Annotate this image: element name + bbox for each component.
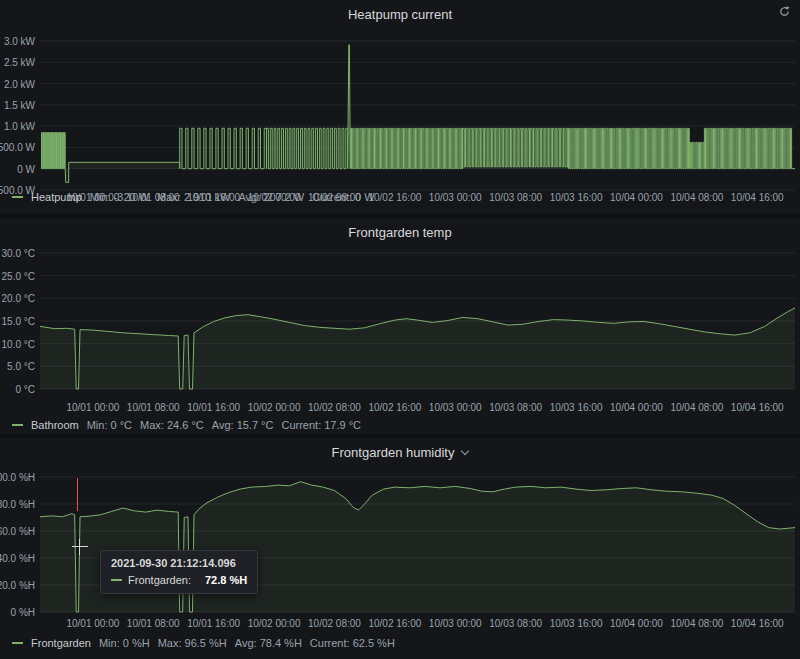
y-tick-label: 500.0 W bbox=[0, 142, 35, 153]
panel-header: Heatpump current bbox=[0, 5, 800, 23]
y-tick-label: 80.0 %H bbox=[0, 499, 35, 510]
x-axis: 10/01 00:0010/01 08:0010/01 16:0010/02 0… bbox=[40, 402, 795, 415]
panel-title[interactable]: Frontgarden humidity bbox=[332, 445, 455, 460]
x-tick-label: 10/04 00:00 bbox=[610, 618, 663, 629]
legend-stat-current: Current: 62.5 %H bbox=[310, 637, 395, 649]
tooltip-series-row: Frontgarden: 72.8 %H bbox=[111, 574, 247, 586]
y-tick-label: 40.0 %H bbox=[0, 553, 35, 564]
panel-header: Frontgarden temp bbox=[0, 223, 800, 241]
legend-stat-avg: Avg: 78.4 %H bbox=[235, 637, 302, 649]
x-tick-label: 10/01 08:00 bbox=[127, 402, 180, 413]
x-tick-label: 10/04 08:00 bbox=[670, 402, 723, 413]
panel-header: Frontgarden humidity bbox=[0, 443, 800, 461]
y-axis: 100.0 %H80.0 %H60.0 %H40.0 %H20.0 %H0 %H bbox=[0, 477, 35, 612]
x-tick-label: 10/03 08:00 bbox=[489, 192, 542, 203]
chart-canvas[interactable] bbox=[40, 253, 795, 389]
x-tick-label: 10/03 08:00 bbox=[489, 618, 542, 629]
x-tick-label: 10/04 00:00 bbox=[610, 402, 663, 413]
x-tick-label: 10/01 16:00 bbox=[187, 618, 240, 629]
x-tick-label: 10/04 00:00 bbox=[610, 192, 663, 203]
y-tick-label: 20.0 °C bbox=[2, 293, 35, 304]
x-tick-label: 10/01 08:00 bbox=[127, 618, 180, 629]
x-tick-label: 10/03 00:00 bbox=[429, 192, 482, 203]
y-tick-label: 30.0 °C bbox=[2, 248, 35, 259]
x-tick-label: 10/01 16:00 bbox=[187, 402, 240, 413]
panel-heatpump-current: Heatpump current 3.0 kW2.5 kW2.0 kW1.5 k… bbox=[0, 0, 800, 214]
legend-series-name[interactable]: Heatpump bbox=[31, 191, 82, 203]
x-tick-label: 10/03 16:00 bbox=[550, 402, 603, 413]
x-tick-label: 10/03 16:00 bbox=[550, 192, 603, 203]
y-axis: 3.0 kW2.5 kW2.0 kW1.5 kW1.0 kW500.0 W0 W… bbox=[0, 41, 35, 190]
x-tick-label: 10/02 16:00 bbox=[368, 618, 421, 629]
panel-title[interactable]: Frontgarden temp bbox=[348, 225, 451, 240]
x-tick-label: 10/03 08:00 bbox=[489, 402, 542, 413]
x-tick-label: 10/01 00:00 bbox=[66, 618, 119, 629]
y-tick-label: 20.0 %H bbox=[0, 580, 35, 591]
y-tick-label: 2.5 kW bbox=[4, 57, 35, 68]
panel-frontgarden-temp: Frontgarden temp 30.0 °C25.0 °C20.0 °C15… bbox=[0, 218, 800, 434]
chart-canvas[interactable] bbox=[40, 41, 795, 190]
y-axis: 30.0 °C25.0 °C20.0 °C15.0 °C10.0 °C5.0 °… bbox=[0, 253, 35, 389]
legend-series-name[interactable]: Bathroom bbox=[31, 419, 79, 431]
plot-area[interactable] bbox=[40, 41, 795, 190]
legend-stat-current: Current: 17.9 °C bbox=[281, 419, 361, 431]
series-swatch-icon[interactable] bbox=[12, 642, 23, 644]
y-tick-label: 0 W bbox=[17, 163, 35, 174]
y-tick-label: 3.0 kW bbox=[4, 36, 35, 47]
legend: Bathroom Min: 0 °C Max: 24.6 °C Avg: 15.… bbox=[12, 419, 361, 431]
crosshair-line bbox=[77, 478, 78, 511]
legend-stat-min: Min: 0 °C bbox=[87, 419, 132, 431]
x-tick-label: 10/04 08:00 bbox=[670, 192, 723, 203]
y-tick-label: 1.5 kW bbox=[4, 99, 35, 110]
y-tick-label: 25.0 °C bbox=[2, 270, 35, 281]
tooltip-series-value: 72.8 %H bbox=[205, 574, 247, 586]
legend-stat-current: Current: 0 W bbox=[312, 191, 374, 203]
x-tick-label: 10/02 08:00 bbox=[308, 618, 361, 629]
plot-area[interactable] bbox=[40, 253, 795, 389]
y-tick-label: 5.0 °C bbox=[7, 361, 35, 372]
x-tick-label: 10/04 16:00 bbox=[731, 192, 784, 203]
grafana-dashboard: Heatpump current 3.0 kW2.5 kW2.0 kW1.5 k… bbox=[0, 0, 800, 659]
y-tick-label: 1.0 kW bbox=[4, 121, 35, 132]
legend: Heatpump Min: -320 W Max: 2.910 kW Avg: … bbox=[12, 191, 375, 203]
x-tick-label: 10/04 08:00 bbox=[670, 618, 723, 629]
x-tick-label: 10/03 00:00 bbox=[429, 618, 482, 629]
y-tick-label: 60.0 %H bbox=[0, 526, 35, 537]
tooltip-timestamp: 2021-09-30 21:12:14.096 bbox=[111, 557, 247, 569]
x-tick-label: 10/02 00:00 bbox=[248, 618, 301, 629]
y-tick-label: 0 %H bbox=[11, 607, 35, 618]
series-swatch-icon[interactable] bbox=[12, 196, 23, 198]
x-tick-label: 10/04 16:00 bbox=[731, 402, 784, 413]
legend-stat-max: Max: 2.910 kW bbox=[157, 191, 230, 203]
y-tick-label: 15.0 °C bbox=[2, 316, 35, 327]
legend-stat-max: Max: 96.5 %H bbox=[158, 637, 227, 649]
legend-stat-min: Min: -320 W bbox=[90, 191, 149, 203]
x-tick-label: 10/02 00:00 bbox=[248, 402, 301, 413]
series-swatch-icon[interactable] bbox=[12, 424, 23, 426]
legend-stat-avg: Avg: 207.2 W bbox=[238, 191, 304, 203]
legend: Frontgarden Min: 0 %H Max: 96.5 %H Avg: … bbox=[12, 637, 395, 649]
x-tick-label: 10/02 08:00 bbox=[308, 402, 361, 413]
legend-stat-max: Max: 24.6 °C bbox=[140, 419, 204, 431]
x-axis: 10/01 00:0010/01 08:0010/01 16:0010/02 0… bbox=[40, 618, 795, 631]
panel-frontgarden-humidity: Frontgarden humidity 100.0 %H80.0 %H60.0… bbox=[0, 438, 800, 659]
y-tick-label: 2.0 kW bbox=[4, 78, 35, 89]
legend-stat-min: Min: 0 %H bbox=[99, 637, 150, 649]
x-tick-label: 10/03 00:00 bbox=[429, 402, 482, 413]
chevron-down-icon[interactable] bbox=[461, 447, 469, 455]
y-tick-label: 10.0 °C bbox=[2, 338, 35, 349]
x-tick-label: 10/03 16:00 bbox=[550, 618, 603, 629]
tooltip-series-label: Frontgarden: bbox=[128, 574, 191, 586]
y-tick-label: 0 °C bbox=[15, 384, 35, 395]
x-tick-label: 10/02 16:00 bbox=[368, 192, 421, 203]
legend-stat-avg: Avg: 15.7 °C bbox=[212, 419, 274, 431]
refresh-icon[interactable] bbox=[778, 5, 791, 18]
x-tick-label: 10/02 16:00 bbox=[368, 402, 421, 413]
tooltip-series-swatch-icon bbox=[111, 579, 122, 581]
graph-tooltip: 2021-09-30 21:12:14.096 Frontgarden: 72.… bbox=[100, 550, 258, 594]
x-tick-label: 10/04 16:00 bbox=[731, 618, 784, 629]
x-tick-label: 10/01 00:00 bbox=[66, 402, 119, 413]
y-tick-label: 100.0 %H bbox=[0, 472, 35, 483]
panel-title[interactable]: Heatpump current bbox=[348, 7, 452, 22]
legend-series-name[interactable]: Frontgarden bbox=[31, 637, 91, 649]
